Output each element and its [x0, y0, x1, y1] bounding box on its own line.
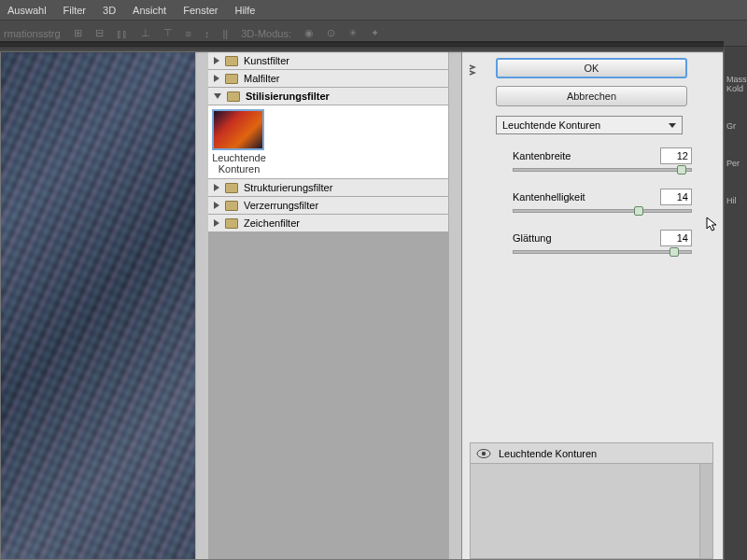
effect-layer-row[interactable]: Leuchtende Konturen [471, 443, 712, 464]
slider-kantenhelligkeit[interactable] [513, 209, 692, 213]
tree-item-strukturierungsfilter[interactable]: Strukturierungsfilter [208, 179, 448, 197]
menu-hilfe[interactable]: Hilfe [234, 5, 255, 16]
tree-item-kunstfilter[interactable]: Kunstfilter [208, 52, 448, 70]
folder-icon [225, 74, 238, 84]
layers-scrollbar[interactable] [699, 464, 712, 558]
input-glaettung[interactable] [660, 230, 692, 246]
chevron-down-icon [669, 123, 676, 128]
menu-filter[interactable]: Filter [63, 5, 86, 16]
slider-glaettung[interactable] [513, 250, 692, 254]
menu-fenster[interactable]: Fenster [183, 5, 218, 16]
toolbar-label-left: rmationsstrg [4, 28, 61, 39]
menu-ansicht[interactable]: Ansicht [133, 5, 166, 16]
ok-button[interactable]: OK [496, 58, 687, 78]
tree-item-zeichenfilter[interactable]: Zeichenfilter [208, 215, 448, 232]
tree-scrollbar[interactable] [448, 52, 461, 559]
controls-pane: OK Abbrechen Leuchtende Konturen Kantenb… [462, 52, 723, 559]
tree-item-stilisierungsfilter[interactable]: Stilisierungsfilter [208, 88, 448, 105]
folder-icon [225, 56, 238, 66]
tree-item-verzerrungsfilter[interactable]: Verzerrungsfilter [208, 197, 448, 215]
preset-dropdown[interactable]: Leuchtende Konturen [496, 116, 683, 134]
tree-item-malfilter[interactable]: Malfilter [208, 70, 448, 88]
input-kantenbreite[interactable] [660, 147, 692, 164]
thumb-leuchtende-konturen[interactable]: Leuchtende Konturen [212, 109, 266, 175]
folder-icon [225, 201, 238, 211]
label-kantenhelligkeit: Kantenhelligkeit [513, 191, 585, 203]
svg-point-1 [482, 451, 486, 455]
filter-gallery-dialog: Kunstfilter Malfilter Stilisierungsfilte… [0, 51, 724, 560]
collapse-icon[interactable] [466, 63, 479, 77]
menubar: Auswahl Filter 3D Ansicht Fenster Hilfe [0, 0, 747, 21]
menu-3d[interactable]: 3D [103, 5, 116, 16]
filter-tree: Kunstfilter Malfilter Stilisierungsfilte… [208, 52, 462, 559]
toolbar-label-3d: 3D-Modus: [241, 28, 291, 39]
preview-image[interactable] [1, 52, 195, 559]
preview-scrollbar[interactable] [195, 52, 208, 559]
filter-thumbnails: Leuchtende Konturen [208, 105, 448, 179]
preview-pane [1, 52, 208, 559]
slider-kantenbreite[interactable] [513, 168, 692, 172]
effect-layers: Leuchtende Konturen [470, 442, 713, 559]
label-glaettung: Glättung [513, 232, 552, 244]
eye-icon[interactable] [476, 448, 491, 459]
folder-icon [225, 183, 238, 193]
menu-auswahl[interactable]: Auswahl [7, 5, 47, 16]
folder-icon [227, 91, 240, 102]
folder-icon [225, 218, 238, 229]
input-kantenhelligkeit[interactable] [660, 189, 692, 205]
right-panel-strip: Masse Kold Gr Per Hil [725, 47, 747, 560]
cancel-button[interactable]: Abbrechen [496, 86, 687, 106]
label-kantenbreite: Kantenbreite [513, 150, 571, 161]
